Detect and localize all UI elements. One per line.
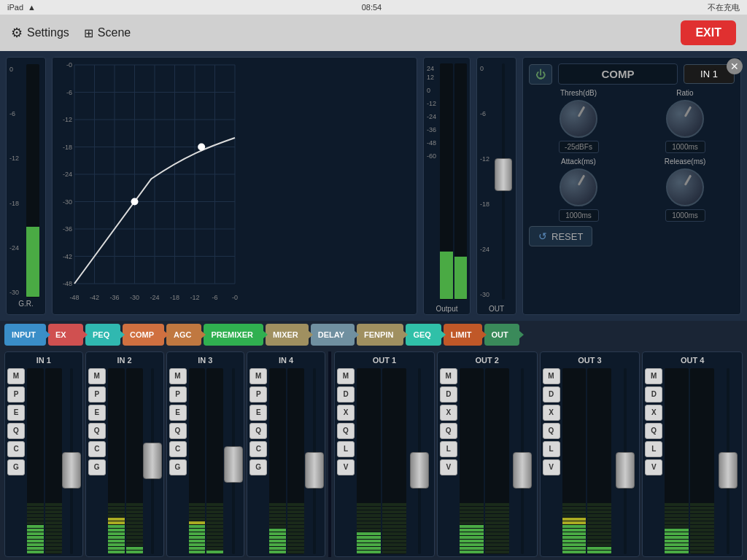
ch-btn-v[interactable]: V <box>645 459 662 475</box>
comp-power-button[interactable]: ⏻ <box>529 64 552 85</box>
ch-btn-q[interactable]: Q <box>249 423 267 439</box>
ch-btn-l[interactable]: L <box>543 441 560 457</box>
meter-segment <box>357 521 381 524</box>
ch-btn-c[interactable]: C <box>169 441 187 457</box>
thresh-knob[interactable] <box>560 100 597 138</box>
ch-btn-m[interactable]: M <box>440 368 457 384</box>
ch-btn-c[interactable]: C <box>88 441 106 457</box>
tab-input[interactable]: INPUT <box>4 324 46 346</box>
fader-handle[interactable] <box>305 452 324 489</box>
ch-btn-e[interactable]: E <box>7 405 25 421</box>
ch-btn-m[interactable]: M <box>7 368 25 384</box>
comp-reset-button[interactable]: ↺ RESET <box>529 226 592 246</box>
ch-btn-g[interactable]: G <box>7 459 25 475</box>
tab-peq[interactable]: PEQ <box>85 324 120 346</box>
ch-btn-p[interactable]: P <box>249 386 267 402</box>
level-meter-0 <box>562 368 587 554</box>
meter-segment <box>269 514 286 517</box>
tab-geq[interactable]: GEQ <box>406 324 441 346</box>
meter-segment <box>665 510 689 513</box>
ch-btn-p[interactable]: P <box>7 386 25 402</box>
tab-limit[interactable]: LIMIT <box>444 324 482 346</box>
ch-btn-q[interactable]: Q <box>88 423 106 439</box>
ch-btn-d[interactable]: D <box>337 386 355 402</box>
ch-btn-m[interactable]: M <box>543 368 560 384</box>
meter-segment <box>126 536 143 539</box>
tab-fenpin[interactable]: FENPIN <box>357 324 403 346</box>
ch-btn-m[interactable]: M <box>88 368 106 384</box>
ch-btn-l[interactable]: L <box>337 441 355 457</box>
ch-btn-e[interactable]: E <box>88 405 106 421</box>
ch-btn-m[interactable]: M <box>249 368 267 384</box>
fader-handle[interactable] <box>719 452 738 489</box>
ch-btn-e[interactable]: E <box>249 405 267 421</box>
meter-segment <box>587 507 611 510</box>
ch-btn-x[interactable]: X <box>440 405 457 421</box>
ch-btn-d[interactable]: D <box>645 386 662 402</box>
ch-btn-q[interactable]: Q <box>543 423 560 439</box>
fader-handle[interactable] <box>62 452 81 489</box>
ch-btn-l[interactable]: L <box>645 441 662 457</box>
tab-premixer[interactable]: PREMIXER <box>204 324 263 346</box>
ch-btn-q[interactable]: Q <box>169 423 187 439</box>
settings-nav[interactable]: ⚙ Settings <box>11 25 69 41</box>
ch-btn-v[interactable]: V <box>440 459 457 475</box>
ch-btn-d[interactable]: D <box>543 386 560 402</box>
ch-btn-q[interactable]: Q <box>645 423 662 439</box>
ratio-knob[interactable] <box>666 100 704 138</box>
meter-segment <box>45 514 62 517</box>
ch-btn-p[interactable]: P <box>169 386 187 402</box>
eq-graph[interactable] <box>52 57 417 315</box>
ch-btn-l[interactable]: L <box>440 441 457 457</box>
scene-nav[interactable]: ⊞ Scene <box>84 26 131 40</box>
gear-icon: ⚙ <box>11 25 23 41</box>
fader-handle[interactable] <box>513 452 532 489</box>
tab-mixer[interactable]: MIXER <box>266 324 309 346</box>
meter-segment <box>269 547 286 550</box>
close-button[interactable]: ✕ <box>727 58 743 74</box>
fader-handle[interactable] <box>410 452 429 489</box>
exit-button[interactable]: EXIT <box>681 20 736 45</box>
ch-btn-x[interactable]: X <box>543 405 560 421</box>
ch-btn-g[interactable]: G <box>169 459 187 475</box>
meter-segment <box>357 518 381 521</box>
out-fader-handle[interactable] <box>495 158 512 191</box>
ch-btn-m[interactable]: M <box>337 368 355 384</box>
fader-handle[interactable] <box>616 452 635 489</box>
ch-btn-q[interactable]: Q <box>7 423 25 439</box>
release-knob[interactable] <box>666 168 704 206</box>
tab-out[interactable]: OUT <box>484 324 519 346</box>
ch-btn-c[interactable]: C <box>7 441 25 457</box>
ch-btn-v[interactable]: V <box>543 459 560 475</box>
ch-btn-x[interactable]: X <box>645 405 662 421</box>
meter-segment <box>690 525 714 528</box>
fader-handle[interactable] <box>224 446 243 483</box>
ch-btn-g[interactable]: G <box>88 459 106 475</box>
meter-segment <box>126 503 143 506</box>
tab-ex[interactable]: EX <box>48 324 83 346</box>
ch-btn-q[interactable]: Q <box>440 423 457 439</box>
meter-segment <box>287 510 304 513</box>
meter-segment <box>45 551 62 553</box>
meter-segment <box>587 521 611 524</box>
ch-btn-p[interactable]: P <box>88 386 106 402</box>
ch-btn-g[interactable]: G <box>249 459 267 475</box>
ch-btn-m[interactable]: M <box>645 368 662 384</box>
ch-btn-m[interactable]: M <box>169 368 187 384</box>
tab-comp[interactable]: COMP <box>123 324 164 346</box>
ch-btn-e[interactable]: E <box>169 405 187 421</box>
ch-btn-c[interactable]: C <box>249 441 267 457</box>
ch-btn-d[interactable]: D <box>440 386 457 402</box>
gr-title: G.R. <box>18 300 34 308</box>
tab-agc[interactable]: AGC <box>166 324 201 346</box>
meter-segment <box>108 510 125 513</box>
ch-btn-v[interactable]: V <box>337 459 355 475</box>
ch-btn-q[interactable]: Q <box>337 423 355 439</box>
level-meter-0 <box>189 368 206 554</box>
attack-knob[interactable] <box>560 168 597 206</box>
tab-delay[interactable]: DELAY <box>311 324 355 346</box>
meter-segment <box>287 525 304 528</box>
meter-segment <box>562 514 587 517</box>
fader-handle[interactable] <box>143 443 162 479</box>
ch-btn-x[interactable]: X <box>337 405 355 421</box>
